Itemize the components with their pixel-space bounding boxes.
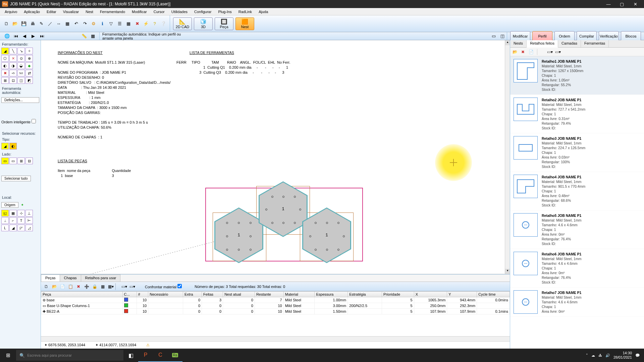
loc-btn[interactable]: ◱	[1, 210, 9, 217]
tray-vol-icon[interactable]: 🔊	[605, 353, 610, 358]
bt-grid[interactable]: ▦	[99, 283, 106, 290]
remnants-list[interactable]: Retalho1 JOB NAME P1Material: Mild Steel…	[510, 56, 644, 349]
drawing-canvas[interactable]: INFORMAÇÕES DO NEST LISTA DE FERRAMENTAS…	[41, 40, 510, 274]
tool-btn[interactable]: ◐	[1, 62, 9, 69]
start-button[interactable]: ⊞	[0, 349, 16, 362]
bt-more[interactable]: ▦▾	[107, 283, 114, 290]
undo-button[interactable]: ↶	[72, 20, 80, 28]
bt-sel2[interactable]: ▭▾	[129, 283, 136, 290]
grid-button[interactable]: ▦	[124, 20, 132, 28]
measure-button[interactable]: 📏	[80, 32, 88, 40]
tab-retalhos-usar[interactable]: Retalhos para usar	[81, 275, 121, 282]
menu-radlink[interactable]: RadLink	[235, 8, 255, 15]
subtab-verificacao[interactable]: Verificação	[599, 31, 619, 41]
bt-new[interactable]: 🗋	[43, 283, 50, 290]
tool-btn[interactable]: ◫	[17, 77, 25, 84]
col-header[interactable]: Prioridade	[382, 292, 414, 297]
col-header[interactable]: Y	[447, 292, 477, 297]
select-all-button[interactable]: Selecionar tudo	[1, 176, 31, 181]
col-header[interactable]: C...	[122, 292, 137, 297]
tool-btn[interactable]: ⬡	[1, 55, 9, 62]
taskbar-clock[interactable]: 14:3028/01/2021	[613, 351, 632, 360]
subtab-modificar[interactable]: Modificar	[510, 31, 530, 41]
tool-btn[interactable]: ✕	[9, 55, 17, 62]
rtab-ferramentas[interactable]: Ferramentas	[581, 40, 609, 47]
bt-copy[interactable]: 📄	[59, 283, 66, 290]
zoom-button[interactable]: 🌐	[3, 32, 11, 40]
line-button[interactable]: ／	[46, 20, 54, 28]
bt-lock[interactable]: 🔒	[91, 283, 98, 290]
remnant-item[interactable]: Retalho2 JOB NAME P1Material: Mild Steel…	[510, 95, 644, 133]
info-button[interactable]: ℹ	[98, 20, 106, 28]
filter-button[interactable]: ▽	[107, 20, 115, 28]
confront-material-check[interactable]: Confrontar material	[145, 284, 182, 289]
tipo-btn[interactable]: ◐	[9, 143, 17, 149]
dim-button[interactable]: ↔	[55, 20, 63, 28]
last-button[interactable]: ⏭	[38, 32, 46, 40]
bt-paste[interactable]: 📋	[67, 283, 74, 290]
loc-btn[interactable]: T	[17, 217, 25, 224]
remnant-item[interactable]: Retalho7 JOB NAME P1Material: Mild Steel…	[510, 288, 644, 317]
macro-button[interactable]: ⚡	[142, 20, 150, 28]
menu-nest[interactable]: Nest	[82, 8, 97, 15]
bt-sel1[interactable]: ▭▾	[121, 283, 127, 290]
definitions-button[interactable]: Definições...	[1, 97, 39, 103]
taskbar-powerpoint[interactable]: P	[138, 349, 153, 362]
subtab-compilar[interactable]: Compilar	[577, 31, 597, 41]
taskbar-camtasia[interactable]: C	[153, 349, 168, 362]
col-header[interactable]: Restante	[255, 292, 283, 297]
loc-btn[interactable]: ⊹	[17, 210, 25, 217]
tool-btn[interactable]: ⊕	[25, 55, 33, 62]
tool-btn[interactable]: ↘	[17, 48, 25, 54]
task-view-icon[interactable]: ◧	[123, 349, 138, 362]
prev-button[interactable]: ◀	[20, 32, 29, 40]
table-row[interactable]: ▭ Base U-Shape Columns-11000010Mild Stee…	[41, 303, 510, 309]
print-button[interactable]: 🖶	[29, 20, 37, 28]
rt-copy[interactable]: 📄	[528, 49, 534, 55]
maximize-button[interactable]: ▢	[615, 0, 629, 8]
mode-3d[interactable]: 🧊3D	[194, 17, 213, 30]
subtab-ordem[interactable]: Ordem	[554, 31, 575, 41]
subtab-blocos[interactable]: Blocos	[621, 31, 641, 41]
lado-btn[interactable]: ▭	[9, 158, 17, 164]
col-header[interactable]: #	[137, 292, 148, 297]
mode-nest[interactable]: 🟧Nest	[235, 17, 254, 30]
menu-configurar[interactable]: Configurar	[191, 8, 215, 15]
col-header[interactable]: Peça	[41, 292, 123, 297]
table-row[interactable]: ⊚ base100307Mild Steel1.00mm51065.3mm943…	[41, 297, 510, 303]
loc-btn[interactable]: ◿	[25, 225, 33, 231]
help-button[interactable]: ❔	[159, 20, 167, 28]
save-button[interactable]: 💾	[20, 20, 28, 28]
layout2-button[interactable]: ◫	[498, 32, 506, 40]
next-button[interactable]: ▶	[29, 32, 37, 40]
menu-modificar[interactable]: Modificar	[128, 8, 150, 15]
tool-btn[interactable]: ◩	[25, 77, 33, 84]
loc-btn[interactable]: L	[1, 225, 9, 231]
col-header[interactable]: Cycle time	[477, 292, 510, 297]
system-tray[interactable]: ˄ ☁ 🖧 🔊 14:3028/01/2021 💬	[582, 351, 644, 360]
col-header[interactable]: X	[414, 292, 447, 297]
taskbar-search[interactable]: 🔍 Escreva aqui para procurar	[16, 350, 123, 361]
loc-btn[interactable]: ▦	[9, 210, 17, 217]
table-row[interactable]: ✚ BE22-A1000010Mild Steel1.50mm5107.9mm1…	[41, 309, 510, 314]
layout1-button[interactable]: ▭	[490, 32, 498, 40]
lado-btn[interactable]: ⊟	[25, 158, 33, 164]
parts-scrollbar-h[interactable]	[41, 336, 510, 341]
menu-editar[interactable]: Editar	[43, 8, 60, 15]
table-button[interactable]: ▦	[89, 32, 97, 40]
bt-add[interactable]: ➕	[83, 283, 90, 290]
tool-btn[interactable]: ⊞	[1, 77, 9, 84]
taskbar-radan[interactable]: Ra	[168, 349, 182, 362]
tool-btn[interactable]: ✖	[1, 70, 9, 76]
rt-del[interactable]: ✖	[520, 49, 526, 55]
hatch-button[interactable]: ▦	[63, 20, 71, 28]
tab-pecas[interactable]: Peças	[41, 275, 60, 282]
rt-view2[interactable]: ▭▾	[554, 49, 561, 55]
tool-btn[interactable]: ◑	[9, 62, 17, 69]
menu-ajuda[interactable]: Ajuda	[255, 8, 271, 15]
layers-button[interactable]: ☰	[116, 20, 124, 28]
tray-cloud-icon[interactable]: ☁	[591, 353, 595, 358]
col-header[interactable]: Estratégia	[348, 292, 382, 297]
tool-btn[interactable]: ⊙	[17, 55, 25, 62]
tray-net-icon[interactable]: 🖧	[598, 353, 602, 357]
